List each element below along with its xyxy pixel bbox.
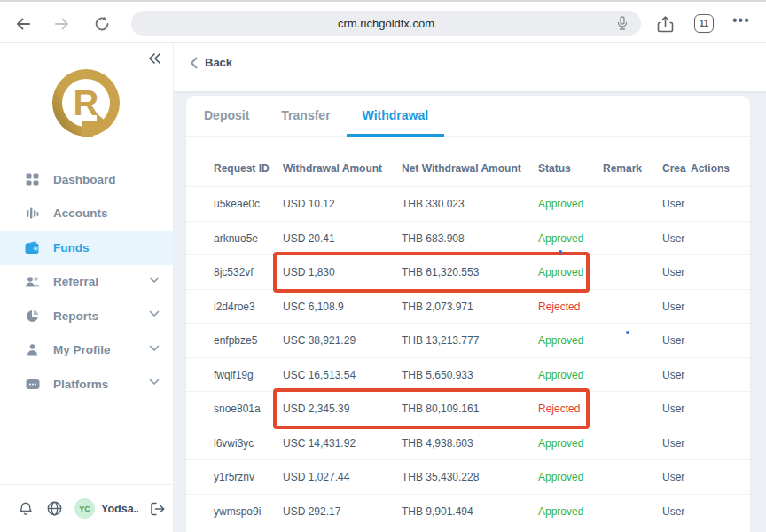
tab-withdrawal[interactable]: Withdrawal <box>347 96 445 137</box>
pie-icon <box>25 309 40 324</box>
table-row: 8jc532vfUSD 1,830THB 61,320.553ApprovedU… <box>186 255 750 290</box>
bell-icon[interactable] <box>18 501 34 517</box>
sidebar-item-platforms[interactable]: Platforms <box>0 367 174 402</box>
column-header: Remark <box>603 151 642 187</box>
cell-net-withdrawal-amount: THB 13,213.777 <box>402 324 479 358</box>
cell-status: Approved <box>538 324 583 358</box>
dashboard-icon <box>25 172 40 187</box>
table-header: Request IDWithdrawal AmountNet Withdrawa… <box>186 151 750 187</box>
sidebar-item-reports[interactable]: Reports <box>0 299 174 333</box>
cell-created: User <box>662 495 689 529</box>
cell-status: Approved <box>538 255 583 290</box>
table-row: fwqif19gUSC 16,513.54THB 5,650.933Approv… <box>186 358 750 393</box>
table-row: arknuo5eUSD 20.41THB 683.908ApprovedUser <box>186 222 750 256</box>
sidebar-item-label: Reports <box>53 309 98 323</box>
sidebar-collapse-icon[interactable] <box>145 49 164 68</box>
browser-reload-icon[interactable] <box>91 13 113 35</box>
logout-icon[interactable] <box>149 501 166 517</box>
cell-status: Approved <box>538 358 583 393</box>
url-text: crm.richgoldfx.com <box>338 17 434 30</box>
cell-status: Rejected <box>538 392 580 426</box>
cell-request-id: y1r5rznv <box>214 460 254 495</box>
browser-forward-icon[interactable] <box>51 13 73 35</box>
sidebar-item-label: Dashboard <box>53 173 116 186</box>
mic-icon[interactable] <box>614 15 630 31</box>
table-row: enfpbze5USC 38,921.29THB 13,213.777Appro… <box>186 324 750 358</box>
table-row: l6vwi3ycUSC 14,431.92THB 4,938.603Approv… <box>186 426 750 461</box>
sidebar-item-referral[interactable]: Referral <box>0 265 174 300</box>
accounts-icon <box>25 206 40 221</box>
column-header: Crea <box>662 151 689 187</box>
cell-net-withdrawal-amount: THB 61,320.553 <box>402 255 479 290</box>
cell-withdrawal-amount: USD 1,830 <box>283 255 335 290</box>
cell-request-id: ywmspo9i <box>214 495 261 529</box>
cell-withdrawal-amount: USC 14,431.92 <box>283 426 356 461</box>
sidebar-nav: Dashboard Accounts Funds Referral Report… <box>0 162 174 402</box>
browser-toolbar: crm.richgoldfx.com 11 ••• <box>0 0 766 43</box>
main-content: Back DepositTransferWithdrawal Request I… <box>174 43 766 532</box>
cell-request-id: snoe801a <box>214 392 261 426</box>
chevron-down-icon <box>149 379 160 386</box>
sidebar: R Dashboard Accounts Funds Referral Repo… <box>0 43 174 532</box>
svg-text:R: R <box>74 83 99 122</box>
back-label: Back <box>205 56 232 69</box>
cell-created: User <box>662 222 689 256</box>
cell-status: Approved <box>538 460 583 495</box>
cell-status: Rejected <box>538 290 580 325</box>
cell-request-id: i2d4roe3 <box>214 290 255 325</box>
cell-created: User <box>662 324 689 358</box>
cell-net-withdrawal-amount: THB 5,650.933 <box>402 358 473 393</box>
address-bar[interactable]: crm.richgoldfx.com <box>131 11 641 36</box>
share-icon[interactable] <box>654 13 676 35</box>
chevron-down-icon <box>149 277 160 284</box>
cell-created: User <box>662 460 689 495</box>
blue-dot-artifact <box>559 250 562 254</box>
table-row: snoe801aUSD 2,345.39THB 80,109.161Reject… <box>186 392 750 426</box>
sidebar-item-funds[interactable]: Funds <box>0 231 174 265</box>
sidebar-item-label: Accounts <box>53 207 108 220</box>
sidebar-item-label: Platforms <box>53 378 108 391</box>
cell-net-withdrawal-amount: THB 683.908 <box>402 222 465 256</box>
column-header: Request ID <box>214 151 270 187</box>
funds-card: DepositTransferWithdrawal Request IDWith… <box>186 96 750 532</box>
cell-status: Approved <box>538 426 583 461</box>
tab-deposit[interactable]: Deposit <box>188 96 265 137</box>
tab-transfer[interactable]: Transfer <box>265 96 346 137</box>
globe-icon[interactable] <box>46 500 63 517</box>
table-row: y1r5rznvUSD 1,027.44THB 35,430.228Approv… <box>186 460 750 495</box>
cell-status: Approved <box>538 187 583 222</box>
wallet-icon <box>25 240 40 255</box>
cell-created: User <box>662 255 689 290</box>
sidebar-item-dashboard[interactable]: Dashboard <box>0 162 174 197</box>
cell-created: User <box>662 392 689 426</box>
blue-dot-artifact <box>626 331 629 334</box>
cell-net-withdrawal-amount: THB 9,901.494 <box>402 495 473 529</box>
cell-request-id: 8jc532vf <box>214 255 254 290</box>
chevron-down-icon <box>149 310 160 317</box>
brand-logo: R <box>43 66 129 145</box>
cell-created: User <box>662 426 689 461</box>
avatar: YC <box>74 498 95 519</box>
cell-request-id: l6vwi3yc <box>214 426 254 461</box>
browser-menu-icon[interactable]: ••• <box>732 12 750 28</box>
tab-bar: DepositTransferWithdrawal <box>186 96 750 137</box>
cell-net-withdrawal-amount: THB 4,938.603 <box>402 426 473 461</box>
sidebar-item-my-profile[interactable]: My Profile <box>0 333 174 368</box>
sidebar-footer: YC Yodsa... <box>0 484 174 532</box>
back-button[interactable]: Back <box>190 56 232 69</box>
device-icon <box>25 377 40 392</box>
browser-back-icon[interactable] <box>12 13 34 35</box>
cell-withdrawal-amount: USD 20.41 <box>283 222 335 256</box>
cell-withdrawal-amount: USD 2,345.39 <box>283 392 349 426</box>
table-row: ywmspo9iUSD 292.17THB 9,901.494ApprovedU… <box>186 495 750 529</box>
cell-withdrawal-amount: USC 38,921.29 <box>283 324 356 358</box>
table-body: u5keae0cUSD 10.12THB 330.023ApprovedUser… <box>186 187 750 528</box>
cell-withdrawal-amount: USD 1,027.44 <box>283 460 349 495</box>
user-profile-chip[interactable]: YC Yodsa... <box>74 498 138 519</box>
tab-count-button[interactable]: 11 <box>694 14 714 33</box>
cell-net-withdrawal-amount: THB 35,430.228 <box>402 460 479 495</box>
column-header: Status <box>538 151 571 187</box>
cell-created: User <box>662 290 689 325</box>
sidebar-item-accounts[interactable]: Accounts <box>0 197 174 231</box>
person-icon <box>25 342 40 357</box>
